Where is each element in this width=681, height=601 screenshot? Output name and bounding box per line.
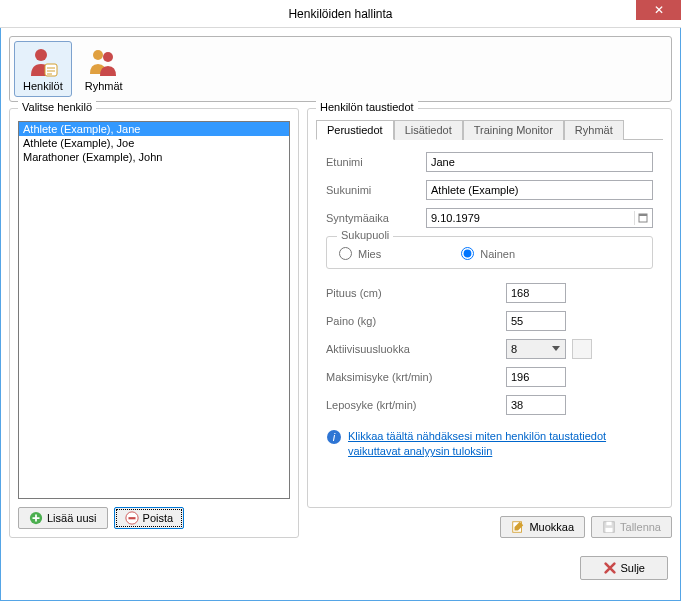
weight-input[interactable] (506, 311, 566, 331)
maxhr-label: Maksimisyke (krt/min) (326, 371, 506, 383)
tab-groups[interactable]: Ryhmät (564, 120, 624, 140)
tab-training-monitor[interactable]: Training Monitor (463, 120, 564, 140)
maxhr-input[interactable] (506, 367, 566, 387)
person-details-group: Henkilön taustiedot Perustiedot Lisätied… (307, 108, 672, 508)
height-input[interactable] (506, 283, 566, 303)
detail-tabs: Perustiedot Lisätiedot Training Monitor … (316, 119, 663, 140)
svg-point-3 (103, 52, 113, 62)
remove-label: Poista (143, 512, 174, 524)
gender-female-label: Nainen (480, 248, 515, 260)
lastname-label: Sukunimi (326, 184, 426, 196)
person-select-group: Valitse henkilö Athlete (Example), Jane … (9, 108, 299, 538)
list-item[interactable]: Athlete (Example), Jane (19, 122, 289, 136)
window-title: Henkilöiden hallinta (0, 7, 681, 21)
lastname-input[interactable] (426, 180, 653, 200)
toolbar-groups-label: Ryhmät (85, 80, 123, 92)
person-details-legend: Henkilön taustiedot (316, 101, 418, 113)
toolbar-groups-button[interactable]: Ryhmät (76, 41, 132, 97)
weight-label: Paino (kg) (326, 315, 506, 327)
titlebar: Henkilöiden hallinta ✕ (0, 0, 681, 28)
calendar-drop-icon[interactable] (634, 211, 650, 225)
add-new-button[interactable]: Lisää uusi (18, 507, 108, 529)
add-label: Lisää uusi (47, 512, 97, 524)
tab-additional[interactable]: Lisätiedot (394, 120, 463, 140)
firstname-label: Etunimi (326, 156, 426, 168)
edit-button[interactable]: Muokkaa (500, 516, 585, 538)
group-icon (88, 46, 120, 78)
toolbar-persons-label: Henkilöt (23, 80, 63, 92)
window-close-button[interactable]: ✕ (636, 0, 681, 20)
close-label: Sulje (621, 562, 645, 574)
person-icon (27, 46, 59, 78)
close-icon (603, 561, 617, 575)
chevron-down-icon (549, 342, 563, 356)
gender-male-option[interactable]: Mies (339, 247, 381, 260)
toolbar-persons-button[interactable]: Henkilöt (14, 41, 72, 97)
save-button: Tallenna (591, 516, 672, 538)
edit-icon (511, 520, 525, 534)
svg-point-0 (35, 49, 47, 61)
svg-rect-13 (606, 522, 611, 526)
gender-group: Sukupuoli Mies Nainen (326, 236, 653, 269)
edit-label: Muokkaa (529, 521, 574, 533)
person-select-legend: Valitse henkilö (18, 101, 96, 113)
gender-male-radio[interactable] (339, 247, 352, 260)
height-label: Pituus (cm) (326, 287, 506, 299)
resthr-label: Leposyke (krt/min) (326, 399, 506, 411)
save-icon (602, 520, 616, 534)
activity-value: 8 (511, 343, 517, 355)
firstname-input[interactable] (426, 152, 653, 172)
person-list[interactable]: Athlete (Example), Jane Athlete (Example… (18, 121, 290, 499)
list-item[interactable]: Marathoner (Example), John (19, 150, 289, 164)
dob-label: Syntymäaika (326, 212, 426, 224)
dob-value: 9.10.1979 (431, 212, 480, 224)
remove-icon (125, 511, 139, 525)
resthr-input[interactable] (506, 395, 566, 415)
list-item[interactable]: Athlete (Example), Joe (19, 136, 289, 150)
main-toolbar: Henkilöt Ryhmät (9, 36, 672, 102)
tab-basic[interactable]: Perustiedot (316, 120, 394, 140)
svg-rect-14 (606, 528, 613, 532)
svg-point-2 (93, 50, 103, 60)
activity-select[interactable]: 8 (506, 339, 566, 359)
svg-rect-6 (128, 517, 135, 519)
info-icon: i (326, 429, 342, 445)
svg-rect-8 (639, 214, 647, 216)
info-link[interactable]: Klikkaa täältä nähdäksesi miten henkilön… (348, 429, 653, 460)
add-icon (29, 511, 43, 525)
activity-label: Aktiivisuusluokka (326, 343, 506, 355)
close-button[interactable]: Sulje (580, 556, 668, 580)
gender-female-option[interactable]: Nainen (461, 247, 515, 260)
activity-info-button[interactable] (572, 339, 592, 359)
gender-male-label: Mies (358, 248, 381, 260)
save-label: Tallenna (620, 521, 661, 533)
gender-female-radio[interactable] (461, 247, 474, 260)
dob-input[interactable]: 9.10.1979 (426, 208, 653, 228)
gender-legend: Sukupuoli (337, 229, 393, 241)
remove-button[interactable]: Poista (114, 507, 185, 529)
